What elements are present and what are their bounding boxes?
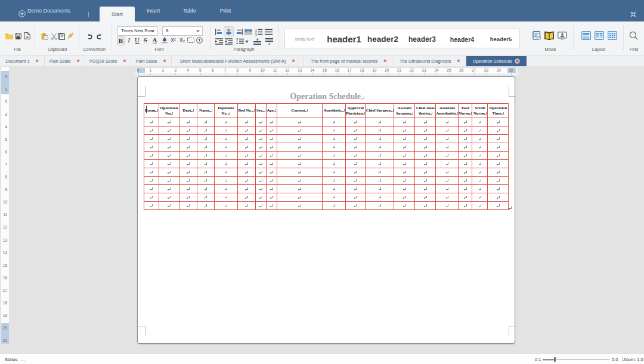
- svg-text:3: 3: [255, 33, 257, 36]
